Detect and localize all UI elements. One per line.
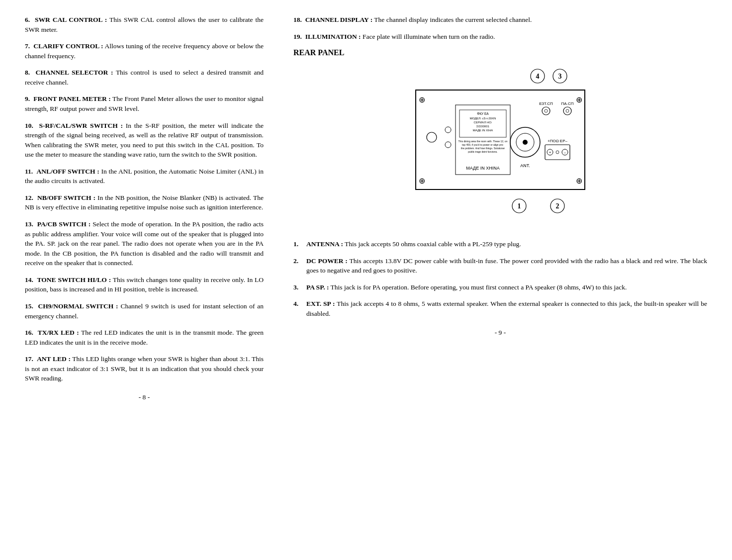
svg-text:⊕: ⊕ bbox=[419, 177, 425, 185]
left-sections-container: 6. SWR CAL CONTROL : This SWR CAL contro… bbox=[25, 15, 264, 383]
section-18: 18. CHANNEL DISPLAY : The channel displa… bbox=[293, 15, 707, 25]
svg-point-30 bbox=[542, 107, 550, 115]
section-title: ANT LED : bbox=[37, 355, 71, 363]
section-number: 11. bbox=[25, 168, 33, 175]
svg-text:2: 2 bbox=[556, 202, 559, 210]
section-number: 6. bbox=[25, 16, 30, 23]
section-number: 14. bbox=[25, 276, 33, 283]
item-text: This accepts 13.8V DC power cable with b… bbox=[306, 257, 707, 275]
section-title: CLARIFY CONTROL : bbox=[33, 42, 103, 50]
section-number: 12. bbox=[25, 194, 33, 201]
item-label: DC POWER : bbox=[306, 257, 348, 265]
svg-text:the problem. And how things. S: the problem. And how things. Solutioner bbox=[461, 147, 505, 150]
section-number: 19. bbox=[293, 33, 302, 40]
item-content: DC POWER : This accepts 13.8V DC power c… bbox=[306, 256, 707, 276]
item-text: This jack accepts 50 ohms coaxial cable … bbox=[345, 240, 521, 248]
rear-item-2: 2. DC POWER : This accepts 13.8V DC powe… bbox=[293, 256, 707, 276]
section-title: S-RF/CAL/SWR SWITCH : bbox=[39, 122, 123, 129]
svg-text:ANT.: ANT. bbox=[520, 163, 530, 168]
section-title: NB/OFF SWITCH : bbox=[37, 194, 95, 201]
section-title: SWR CAL CONTROL : bbox=[35, 16, 107, 23]
section-text: Face plate will illuminate when turn on … bbox=[363, 33, 495, 40]
rear-items-list: 1. ANTENNA : This jack accepts 50 ohms c… bbox=[293, 239, 707, 318]
svg-text:top 400, if you'd to power or : top 400, if you'd to power or align pro- bbox=[462, 143, 504, 146]
rear-panel-svg: 4 3 ⊕ ⊕ ФКУ ЕА МОДЕЛ: cS-t-29XN СЕРИАЛ Н… bbox=[396, 65, 605, 229]
svg-text:СЕРИАЛ НО:: СЕРИАЛ НО: bbox=[473, 121, 492, 124]
section-6: 6. SWR CAL CONTROL : This SWR CAL contro… bbox=[25, 15, 264, 34]
item-content: PA SP. : This jack is for PA operation. … bbox=[306, 282, 707, 292]
section-7: 7. CLARIFY CONTROL : Allows tuning of th… bbox=[25, 41, 264, 61]
section-number: 9. bbox=[25, 95, 30, 102]
svg-text:⊕: ⊕ bbox=[419, 95, 425, 104]
rear-panel-title: REAR PANEL bbox=[293, 48, 707, 57]
section-9: 9. FRONT PANEL METER : The Front Panel M… bbox=[25, 94, 264, 113]
svg-point-40 bbox=[556, 151, 559, 154]
item-content: ANTENNA : This jack accepts 50 ohms coax… bbox=[306, 239, 707, 249]
section-title: FRONT PANEL METER : bbox=[33, 95, 111, 102]
svg-text:⊕: ⊕ bbox=[576, 177, 582, 185]
section-17: 17. ANT LED : This LED lights orange whe… bbox=[25, 354, 264, 383]
svg-point-32 bbox=[545, 109, 548, 112]
svg-text:+: + bbox=[549, 150, 551, 155]
section-10: 10. S-RF/CAL/SWR SWITCH : In the S-RF po… bbox=[25, 121, 264, 160]
rear-panel-diagram: 4 3 ⊕ ⊕ ФКУ ЕА МОДЕЛ: cS-t-29XN СЕРИАЛ Н… bbox=[293, 65, 707, 229]
svg-text:ПА.СП: ПА.СП bbox=[561, 101, 574, 106]
svg-point-9 bbox=[445, 142, 451, 148]
svg-text:ЕЗТ.СП: ЕЗТ.СП bbox=[539, 101, 553, 106]
section-title: TONE SWITCH HI/LO : bbox=[37, 276, 111, 283]
section-title: CH9/NORMAL SWITCH : bbox=[38, 302, 118, 310]
section-title: PA/CB SWITCH : bbox=[37, 220, 91, 228]
section-title: CHANNEL SELECTOR : bbox=[36, 69, 113, 76]
svg-point-7 bbox=[427, 132, 437, 142]
item-content: EXT. SP : This jack accepts 4 to 8 ohms,… bbox=[306, 299, 707, 318]
svg-text:–: – bbox=[564, 150, 566, 155]
left-page: 6. SWR CAL CONTROL : This SWR CAL contro… bbox=[0, 0, 278, 560]
section-8: 8. CHANNEL SELECTOR : This control is us… bbox=[25, 68, 264, 87]
svg-text:4: 4 bbox=[536, 73, 540, 80]
item-label: ANTENNA : bbox=[306, 240, 343, 248]
section-number: 16. bbox=[25, 329, 33, 336]
section-number: 18. bbox=[293, 16, 302, 23]
right-page-number: - 9 - bbox=[293, 329, 707, 337]
section-15: 15. CH9/NORMAL SWITCH : Channel 9 switch… bbox=[25, 301, 264, 321]
section-16: 16. TX/RX LED : The red LED indicates th… bbox=[25, 328, 264, 347]
section-title: TX/RX LED : bbox=[38, 329, 79, 336]
item-number: 1. bbox=[293, 239, 303, 249]
section-11: 11. ANL/OFF SWITCH : In the ANL position… bbox=[25, 167, 264, 186]
svg-text:This dining area the room with: This dining area the room with. These 12… bbox=[458, 140, 508, 143]
svg-text:ФКУ ЕА: ФКУ ЕА bbox=[477, 112, 489, 115]
section-number: 17. bbox=[25, 355, 33, 363]
section-number: 10. bbox=[25, 122, 33, 129]
item-label: EXT. SP : bbox=[306, 300, 335, 307]
right-top-sections-container: 18. CHANNEL DISPLAY : The channel displa… bbox=[293, 15, 707, 41]
section-19: 19. ILLUMINATION : Face plate will illum… bbox=[293, 32, 707, 42]
svg-text:+ПОΩ ЕР–: +ПОΩ ЕР– bbox=[548, 139, 568, 143]
section-number: 7. bbox=[25, 42, 30, 50]
right-page: 18. CHANNEL DISPLAY : The channel displa… bbox=[278, 0, 732, 560]
section-title: CHANNEL DISPLAY : bbox=[305, 16, 373, 23]
item-label: PA SP. : bbox=[306, 283, 329, 291]
section-number: 13. bbox=[25, 220, 33, 228]
svg-point-31 bbox=[563, 107, 571, 115]
section-13: 13. PA/CB SWITCH : Select the mode of op… bbox=[25, 219, 264, 268]
svg-point-33 bbox=[566, 109, 569, 112]
svg-text:1: 1 bbox=[518, 202, 521, 210]
svg-text:МАДЕ IN ХІНА: МАДЕ IN ХІНА bbox=[473, 129, 493, 132]
item-text: This jack is for PA operation. Before op… bbox=[331, 283, 627, 291]
svg-text:МАДЕ IN XHINA: МАДЕ IN XHINA bbox=[466, 166, 499, 171]
section-number: 8. bbox=[25, 69, 30, 76]
section-title: ILLUMINATION : bbox=[305, 33, 361, 40]
rear-item-1: 1. ANTENNA : This jack accepts 50 ohms c… bbox=[293, 239, 707, 249]
section-text: The channel display indicates the curren… bbox=[374, 16, 532, 23]
left-page-number: - 8 - bbox=[25, 393, 264, 401]
svg-point-24 bbox=[523, 140, 528, 145]
section-12: 12. NB/OFF SWITCH : In the NB position, … bbox=[25, 193, 264, 212]
svg-text:public trage deini functons.: public trage deini functons. bbox=[468, 150, 497, 153]
item-number: 4. bbox=[293, 299, 303, 318]
rear-item-4: 4. EXT. SP : This jack accepts 4 to 8 oh… bbox=[293, 299, 707, 318]
svg-point-8 bbox=[445, 127, 451, 133]
item-number: 2. bbox=[293, 256, 303, 276]
svg-text:⊕: ⊕ bbox=[576, 95, 582, 104]
section-title: ANL/OFF SWITCH : bbox=[37, 168, 99, 175]
svg-text:ΣΙΣ00001: ΣΙΣ00001 bbox=[476, 125, 489, 128]
